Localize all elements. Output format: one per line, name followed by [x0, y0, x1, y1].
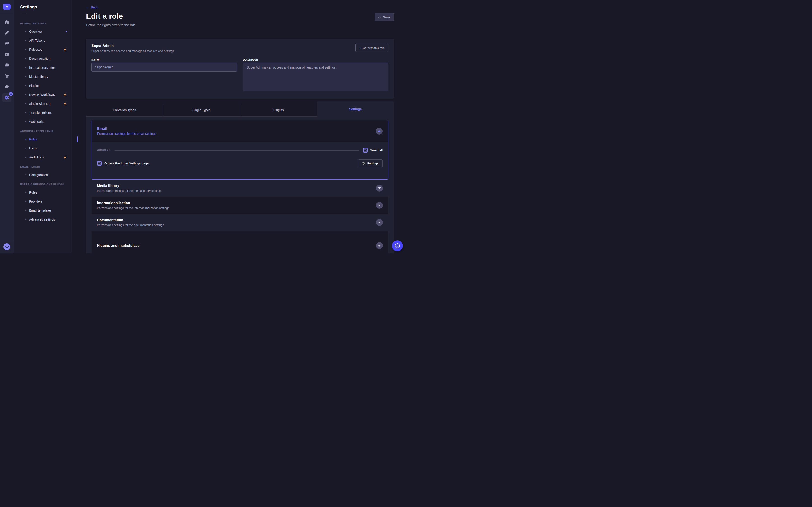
- users-with-role-button[interactable]: 1 user with this role: [355, 44, 389, 52]
- accordion-subtitle: Permissions settings for the documentati…: [97, 223, 164, 227]
- accordion-internationalization[interactable]: Internationalization Permissions setting…: [92, 197, 388, 214]
- page-subtitle: Define the rights given to the role: [86, 23, 136, 27]
- sidebar-item-webhooks[interactable]: Webhooks: [20, 117, 71, 126]
- accordion-title: Documentation: [97, 218, 164, 222]
- rail-item-content-type-builder[interactable]: [2, 50, 11, 59]
- main-content: ← Back Edit a role Define the rights giv…: [72, 0, 406, 253]
- tab-settings[interactable]: Settings: [317, 101, 394, 117]
- accordion-subtitle: Permissions settings for the Internation…: [97, 206, 169, 210]
- sidebar-item-audit-logs[interactable]: Audit Logs: [20, 153, 71, 162]
- rail-item-info[interactable]: [2, 82, 11, 91]
- gear-icon: [4, 95, 9, 100]
- rail-item-home[interactable]: [2, 17, 11, 26]
- access-email-settings-checkbox[interactable]: [97, 161, 102, 166]
- section-label-email-plugin: EMAIL PLUGIN: [20, 165, 71, 168]
- sidebar-item-advanced-settings[interactable]: Advanced settings: [20, 215, 71, 224]
- help-button[interactable]: ?: [392, 240, 403, 251]
- images-icon: [4, 41, 9, 46]
- bullet-icon: [26, 201, 27, 202]
- accordion-email-title: Email: [97, 127, 156, 131]
- sidebar-item-media-library[interactable]: Media Library: [20, 72, 71, 81]
- accordion-plugins-marketplace[interactable]: Plugins and marketplace: [92, 231, 388, 253]
- name-input[interactable]: [91, 63, 237, 72]
- name-field-group: Name*: [91, 58, 237, 93]
- accordion-email: Email Permissions settings for the email…: [92, 120, 388, 180]
- sidebar-item-documentation[interactable]: Documentation: [20, 54, 71, 63]
- chevron-down-icon: [378, 245, 381, 246]
- sidebar-item-configuration[interactable]: Configuration: [20, 170, 71, 179]
- app-root: 1 KD Settings GLOBAL SETTINGS Overview A…: [0, 0, 406, 253]
- tab-plugins[interactable]: Plugins: [240, 103, 317, 117]
- tab-collection-types[interactable]: Collection Types: [86, 103, 163, 117]
- accordion-email-header[interactable]: Email Permissions settings for the email…: [92, 120, 388, 142]
- bullet-icon: [26, 49, 27, 50]
- sidebar-item-single-sign-on[interactable]: Single Sign-On: [20, 99, 71, 108]
- tab-single-types[interactable]: Single Types: [163, 103, 240, 117]
- lightning-icon: [64, 93, 66, 97]
- strapi-logo-icon: [5, 5, 9, 9]
- notification-dot-icon: [66, 31, 67, 32]
- check-icon: [98, 162, 101, 165]
- save-button[interactable]: Save: [375, 13, 394, 21]
- accordion-documentation[interactable]: Documentation Permissions settings for t…: [92, 214, 388, 231]
- sidebar-item-api-tokens[interactable]: API Tokens: [20, 36, 71, 45]
- permissions-section: Collection Types Single Types Plugins Se…: [86, 101, 394, 253]
- expand-button[interactable]: [376, 185, 383, 191]
- rail-item-media-library[interactable]: [2, 39, 11, 48]
- sidebar-item-overview[interactable]: Overview: [20, 27, 71, 36]
- sidebar-item-plugins[interactable]: Plugins: [20, 81, 71, 90]
- rail-item-settings[interactable]: 1: [2, 93, 11, 102]
- role-card-heading: Super Admin Super Admins can access and …: [91, 44, 175, 53]
- bullet-icon: [26, 139, 27, 140]
- sidebar-item-review-workflows[interactable]: Review Workflows: [20, 90, 71, 99]
- bullet-icon: [26, 76, 27, 77]
- rail-item-cloud[interactable]: [2, 61, 11, 70]
- section-label-global-settings: GLOBAL SETTINGS: [20, 22, 71, 25]
- email-settings-button[interactable]: Settings: [358, 159, 383, 167]
- select-all-checkbox[interactable]: [363, 148, 368, 153]
- sidebar-item-up-roles[interactable]: Roles: [20, 188, 71, 197]
- sidebar-item-email-templates[interactable]: Email templates: [20, 206, 71, 215]
- sidebar-item-users[interactable]: Users: [20, 144, 71, 153]
- accordion-title: Media library: [97, 184, 161, 188]
- strapi-logo[interactable]: [3, 4, 11, 10]
- expand-button[interactable]: [376, 219, 383, 226]
- home-icon: [4, 19, 9, 24]
- bullet-icon: [26, 85, 27, 86]
- sidebar-item-internationalization[interactable]: Internationalization: [20, 63, 71, 72]
- back-link[interactable]: ← Back: [86, 5, 98, 9]
- subnav-title: Settings: [20, 4, 71, 9]
- chevron-down-icon: [378, 222, 381, 223]
- bullet-icon: [26, 157, 27, 158]
- expand-button[interactable]: [376, 202, 383, 209]
- expand-button[interactable]: [376, 242, 383, 249]
- nav-list-admin: Roles Users Audit Logs: [20, 135, 71, 162]
- accordion-media-library[interactable]: Media library Permissions settings for t…: [92, 180, 388, 197]
- sidebar-item-roles[interactable]: Roles: [20, 135, 71, 144]
- lightning-icon: [64, 102, 66, 105]
- bullet-icon: [26, 148, 27, 149]
- bullet-icon: [26, 192, 27, 193]
- sidebar-item-releases[interactable]: Releases: [20, 45, 71, 54]
- rail-bottom: KD: [0, 240, 13, 253]
- accordion-email-body: GENERAL Select all Access the Email Sett…: [92, 142, 388, 179]
- bullet-icon: [26, 174, 27, 175]
- sidebar-item-providers[interactable]: Providers: [20, 197, 71, 206]
- section-divider: [114, 150, 359, 151]
- description-textarea[interactable]: Super Admins can access and manage all f…: [243, 63, 389, 92]
- bullet-icon: [26, 40, 27, 41]
- rail-item-marketplace[interactable]: [2, 71, 11, 80]
- avatar[interactable]: KD: [3, 243, 10, 250]
- accordion-title: Internationalization: [97, 201, 169, 205]
- question-mark-icon: ?: [395, 243, 400, 248]
- accordion-email-subtitle: Permissions settings for the email setti…: [97, 132, 156, 135]
- rail-item-content-manager[interactable]: [2, 28, 11, 37]
- bullet-icon: [26, 58, 27, 59]
- description-label: Description: [243, 58, 389, 61]
- bullet-icon: [26, 112, 27, 113]
- sidebar-item-transfer-tokens[interactable]: Transfer Tokens: [20, 108, 71, 117]
- collapse-button[interactable]: [376, 128, 383, 134]
- tab-bar: Collection Types Single Types Plugins Se…: [86, 101, 394, 117]
- select-all-control[interactable]: Select all: [363, 148, 383, 153]
- bullet-icon: [26, 67, 27, 68]
